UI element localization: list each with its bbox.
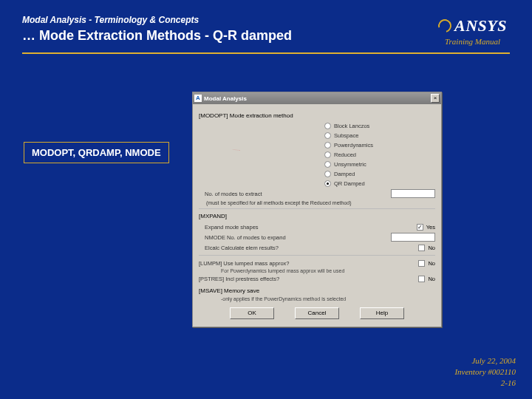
cancel-button[interactable]: Cancel	[295, 307, 339, 319]
nmodes-input[interactable]	[391, 189, 435, 198]
close-button[interactable]: ×	[431, 94, 440, 103]
swoosh-icon	[436, 17, 454, 35]
nmode-expand-input[interactable]	[391, 233, 435, 242]
group-expand-label: [MXPAND]	[199, 213, 435, 219]
elcalc-checkbox[interactable]	[418, 245, 425, 251]
elcalc-label: Elcalc Calculate elem results?	[199, 245, 418, 251]
lump-label: [LUMPM] Use lumped mass approx?	[199, 260, 418, 267]
header-title: … Mode Extraction Methods - Q-R damped	[22, 28, 510, 44]
radio-reduced[interactable]: Reduced	[324, 150, 435, 160]
footer-page: 2-16	[454, 378, 516, 389]
callout-box: MODOPT, QRDAMP, NMODE	[24, 142, 169, 163]
modal-analysis-dialog: A Modal Analysis × [MODOPT] Mode extract…	[192, 92, 442, 327]
brand-sub: Training Manual	[438, 37, 507, 46]
button-bar: OK Cancel Help	[199, 301, 435, 321]
footer-inventory: Inventory #002110	[454, 366, 516, 378]
dialog-body: [MODOPT] Mode extraction method Block La…	[193, 104, 441, 327]
header-topline: Modal Analysis - Terminology & Concepts	[22, 15, 510, 25]
dialog-title: Modal Analysis	[204, 95, 431, 102]
help-button[interactable]: Help	[360, 307, 404, 319]
radio-subspace[interactable]: Subspace	[324, 131, 435, 140]
brand-text: ANSYS	[454, 16, 507, 35]
expand-label: Expand mode shapes	[199, 224, 417, 231]
radio-group-method: Block Lanczos Subspace Powerdynamics Red…	[324, 121, 435, 188]
lump-note: For Powerdynamics lumped mass approx wil…	[199, 268, 435, 273]
group-save-label: [MSAVE] Memory save	[199, 287, 435, 294]
nmode-expand-label: NMODE No. of modes to expand	[199, 234, 391, 241]
slide-footer: July 22, 2004 Inventory #002110 2-16	[454, 355, 516, 389]
save-note: -only applies if the PowerDynamics metho…	[199, 296, 435, 301]
radio-qr-damped[interactable]: QR Damped	[324, 179, 435, 188]
slide-header: Modal Analysis - Terminology & Concepts …	[0, 0, 532, 48]
radio-damped[interactable]: Damped	[324, 169, 435, 179]
radio-unsymmetric[interactable]: Unsymmetric	[324, 160, 435, 169]
radio-powerdynamics[interactable]: Powerdynamics	[324, 140, 435, 150]
lump-checkbox[interactable]	[418, 260, 425, 267]
elcalc-opt: No	[428, 245, 435, 251]
brand-logo: ANSYS Training Manual	[438, 16, 507, 46]
expand-opt: Yes	[426, 224, 435, 231]
pstres-label: [PSTRES] Incl prestress effects?	[199, 276, 418, 282]
ok-button[interactable]: OK	[230, 307, 274, 319]
footer-date: July 22, 2004	[454, 355, 516, 366]
callout-text: MODOPT, QRDAMP, NMODE	[32, 147, 161, 158]
dialog-titlebar[interactable]: A Modal Analysis ×	[193, 92, 441, 104]
lump-opt: No	[428, 260, 435, 267]
pstres-checkbox[interactable]	[418, 276, 425, 282]
nmodes-label: No. of modes to extract	[199, 191, 391, 197]
group-method-label: [MODOPT] Mode extraction method	[199, 112, 435, 119]
pstres-opt: No	[428, 276, 435, 282]
app-icon: A	[194, 95, 202, 102]
header-divider	[22, 52, 510, 54]
expand-checkbox[interactable]: ✓	[417, 224, 423, 231]
radio-block-lanczos[interactable]: Block Lanczos	[324, 121, 435, 131]
nmodes-note: (must be specified for all methods excep…	[199, 200, 435, 205]
